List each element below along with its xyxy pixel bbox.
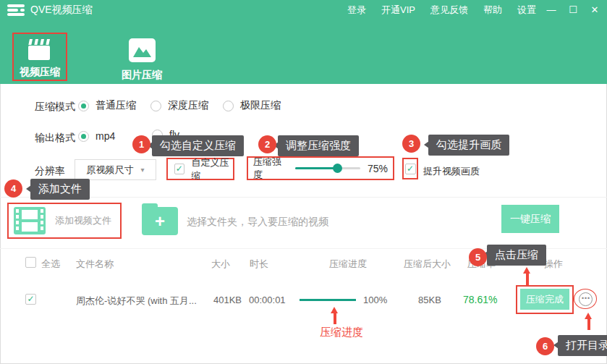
row-checkbox[interactable]: ✓ bbox=[25, 294, 36, 305]
step-1-badge: 1 bbox=[132, 135, 150, 153]
progress-caption: 压缩进度 bbox=[320, 326, 363, 339]
custom-compress-checkbox[interactable]: ✓ bbox=[174, 164, 184, 174]
step-5-tooltip: 点击压缩 bbox=[487, 245, 546, 266]
plus-icon: + bbox=[142, 207, 178, 235]
compress-done-button[interactable]: 压缩完成 bbox=[520, 289, 569, 310]
strength-slider-group: 压缩强度 75% bbox=[247, 156, 394, 180]
minimize-icon[interactable]: — bbox=[546, 4, 556, 15]
radio-mp4[interactable]: mp4 bbox=[78, 130, 115, 142]
app-title: QVE视频压缩 bbox=[30, 4, 93, 17]
radio-extreme-label: 极限压缩 bbox=[240, 99, 281, 112]
step-4-badge: 4 bbox=[4, 179, 22, 198]
add-video-label: 添加视频文件 bbox=[55, 214, 111, 227]
compress-done-annotation-box: 压缩完成 bbox=[516, 285, 574, 314]
radio-mp4-label: mp4 bbox=[95, 130, 115, 142]
maximize-icon[interactable]: ☐ bbox=[568, 4, 578, 15]
tab-image-compress[interactable]: 图片压缩 bbox=[98, 34, 185, 80]
step-6-arrow bbox=[585, 313, 593, 330]
more-actions-button[interactable]: ⋯ bbox=[579, 292, 593, 306]
step-6-tooltip: 打开目录 bbox=[558, 335, 607, 356]
slider-thumb[interactable] bbox=[333, 164, 342, 173]
step-6-badge: 6 bbox=[536, 337, 554, 355]
select-all-label: 全选 bbox=[41, 258, 60, 271]
step-3-tooltip: 勾选提升画质 bbox=[428, 135, 509, 156]
strength-value: 75% bbox=[368, 163, 388, 174]
feedback-link[interactable]: 意见反馈 bbox=[430, 4, 468, 17]
progress-arrow bbox=[331, 307, 339, 324]
chevron-down-icon: ▾ bbox=[140, 166, 144, 174]
output-format-label: 输出格式 bbox=[35, 132, 75, 145]
row-after-size: 85KB bbox=[418, 295, 441, 305]
radio-extreme-compress[interactable]: 极限压缩 bbox=[223, 99, 281, 112]
help-link[interactable]: 帮助 bbox=[483, 4, 502, 17]
header: QVE视频压缩 登录 开通VIP 意见反馈 帮助 设置 — ☐ ✕ bbox=[0, 0, 607, 84]
row-ratio: 78.61% bbox=[463, 294, 497, 305]
strength-label: 压缩强度 bbox=[253, 156, 288, 182]
divider bbox=[0, 197, 607, 198]
close-icon[interactable]: ✕ bbox=[590, 4, 600, 15]
select-all-checkbox[interactable] bbox=[25, 257, 36, 268]
header-action: 操作 bbox=[544, 258, 563, 271]
quality-checkbox-box: ✓ bbox=[402, 158, 418, 179]
header-after-size: 压缩后大小 bbox=[404, 258, 451, 271]
tab-image-label: 图片压缩 bbox=[98, 69, 185, 82]
step-4-tooltip: 添加文件 bbox=[30, 179, 90, 200]
app-logo-icon bbox=[7, 4, 25, 17]
row-file-name: 周杰伦-说好不哭 (with 五月... bbox=[76, 295, 208, 308]
resolution-label: 分辨率 bbox=[35, 165, 65, 178]
header-file-name: 文件名称 bbox=[76, 258, 114, 271]
radio-deep-compress[interactable]: 深度压缩 bbox=[150, 99, 208, 112]
radio-deep-label: 深度压缩 bbox=[168, 99, 208, 112]
step-5-arrow bbox=[523, 267, 531, 286]
step-1-tooltip: 勾选自定义压缩 bbox=[152, 135, 244, 156]
custom-compress-option[interactable]: ✓ 自定义压缩 bbox=[166, 158, 234, 180]
step-5-badge: 5 bbox=[469, 248, 487, 266]
app-window: QVE视频压缩 登录 开通VIP 意见反馈 帮助 设置 — ☐ ✕ bbox=[0, 0, 607, 364]
picture-icon bbox=[129, 38, 156, 62]
header-progress: 压缩进度 bbox=[329, 258, 367, 271]
custom-compress-label: 自定义压缩 bbox=[192, 156, 234, 182]
header-duration: 时长 bbox=[250, 258, 268, 271]
quality-label: 提升视频画质 bbox=[423, 165, 480, 178]
radio-normal-label: 普通压缩 bbox=[95, 99, 136, 112]
film-strip-icon bbox=[14, 207, 46, 234]
radio-normal-compress[interactable]: 普通压缩 bbox=[78, 99, 136, 112]
radio-icon bbox=[150, 101, 161, 111]
radio-icon bbox=[78, 101, 89, 111]
resolution-select[interactable]: 原视频尺寸 ▾ bbox=[75, 159, 156, 180]
row-size: 401KB bbox=[213, 295, 242, 305]
step-2-badge: 2 bbox=[258, 135, 276, 153]
tab-video-label: 视频压缩 bbox=[14, 66, 66, 79]
row-progress-value: 100% bbox=[363, 295, 387, 305]
clapperboard-icon bbox=[27, 39, 52, 61]
strength-slider[interactable] bbox=[295, 167, 360, 169]
step-2-tooltip: 调整压缩强度 bbox=[278, 135, 359, 156]
resolution-value: 原视频尺寸 bbox=[86, 164, 133, 177]
login-link[interactable]: 登录 bbox=[347, 4, 366, 17]
header-size: 大小 bbox=[211, 258, 230, 271]
vip-link[interactable]: 开通VIP bbox=[381, 4, 415, 17]
window-controls: — ☐ ✕ bbox=[546, 0, 600, 20]
titlebar-nav: 登录 开通VIP 意见反馈 帮助 设置 bbox=[347, 0, 536, 20]
row-duration: 00:00:01 bbox=[249, 295, 286, 305]
settings-link[interactable]: 设置 bbox=[517, 4, 536, 17]
compression-mode-label: 压缩模式 bbox=[35, 101, 75, 114]
quality-checkbox[interactable]: ✓ bbox=[405, 164, 416, 174]
slider-fill bbox=[295, 167, 337, 169]
radio-icon bbox=[223, 101, 234, 111]
add-video-button[interactable]: 添加视频文件 bbox=[7, 203, 122, 239]
radio-icon bbox=[78, 131, 89, 142]
step-3-badge: 3 bbox=[402, 135, 420, 153]
tab-video-compress[interactable]: 视频压缩 bbox=[12, 33, 67, 81]
row-progress-bar bbox=[300, 299, 356, 301]
one-click-compress-button[interactable]: 一键压缩 bbox=[501, 205, 559, 233]
select-folder-button[interactable]: + bbox=[142, 207, 178, 235]
folder-hint: 选择文件夹，导入要压缩的视频 bbox=[187, 216, 328, 229]
